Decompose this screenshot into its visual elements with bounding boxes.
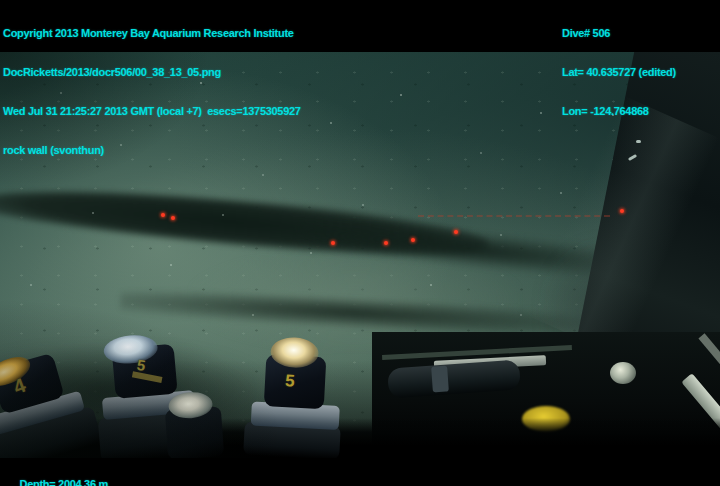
telemetry-status-line: Depth= 2004.36 m Temp= 1.970 C Sal= 34.6… bbox=[3, 465, 116, 486]
overlay-header-right: Dive# 506 Lat= 40.635727 (edited) Lon= -… bbox=[562, 1, 676, 144]
file-path-line: DocRicketts/2013/docr506/00_38_13_05.png bbox=[3, 66, 301, 79]
timestamp-line: Wed Jul 31 21:25:27 2013 GMT (local +7) … bbox=[3, 105, 301, 118]
longitude-line: Lon= -124.764868 bbox=[562, 105, 676, 118]
dive-number-line: Dive# 506 bbox=[562, 27, 676, 40]
copyright-line: Copyright 2013 Monterey Bay Aquarium Res… bbox=[3, 27, 301, 40]
rov-video-frame: Copyright 2013 Monterey Bay Aquarium Res… bbox=[0, 0, 720, 486]
overlay-footer: Depth= 2004.36 m Temp= 1.970 C Sal= 34.6… bbox=[0, 458, 720, 486]
overlay-header: Copyright 2013 Monterey Bay Aquarium Res… bbox=[0, 0, 720, 52]
overlay-header-left: Copyright 2013 Monterey Bay Aquarium Res… bbox=[3, 1, 301, 183]
annotation-line: rock wall (svonthun) bbox=[3, 144, 301, 157]
latitude-line: Lat= 40.635727 (edited) bbox=[562, 66, 676, 79]
depth-readout: Depth= 2004.36 m bbox=[20, 478, 108, 486]
